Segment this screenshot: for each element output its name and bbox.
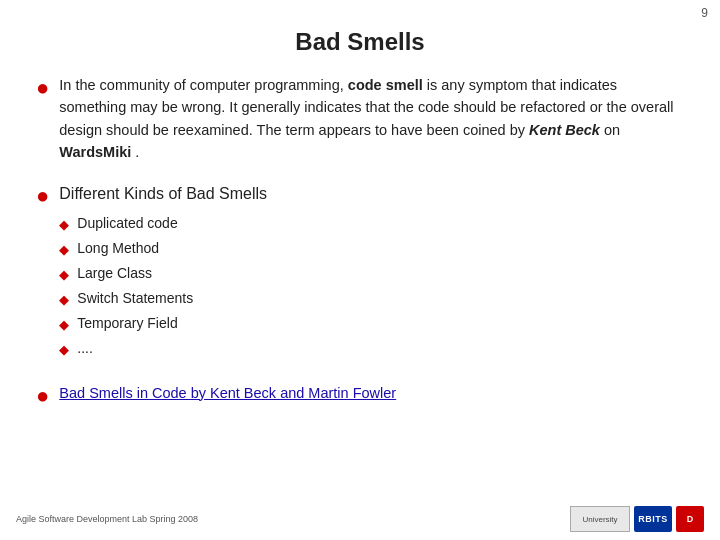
diamond-icon-5: ◆	[59, 315, 69, 335]
diamond-icon-6: ◆	[59, 340, 69, 360]
bullet-dot-2: ●	[36, 183, 49, 209]
slide: 9 Bad Smells ● In the community of compu…	[0, 0, 720, 540]
sub-item-label: Temporary Field	[77, 313, 177, 335]
list-item: ◆ Duplicated code	[59, 213, 684, 235]
footer: Agile Software Development Lab Spring 20…	[0, 506, 720, 532]
paragraph-section: ● In the community of computer programmi…	[36, 74, 684, 164]
list-item: ◆ Large Class	[59, 263, 684, 285]
paragraph-period: .	[135, 144, 139, 160]
kinds-section: ● Different Kinds of Bad Smells ◆ Duplic…	[36, 182, 684, 364]
kinds-content: Different Kinds of Bad Smells ◆ Duplicat…	[59, 182, 684, 364]
link-section: ● Bad Smells in Code by Kent Beck and Ma…	[36, 382, 684, 409]
rbits-logo: RBITS	[634, 506, 672, 532]
paragraph-content: In the community of computer programming…	[59, 74, 684, 164]
paragraph-on: on	[604, 122, 620, 138]
paragraph-intro: In the community of computer programming…	[59, 77, 343, 93]
list-item: ◆ Switch Statements	[59, 288, 684, 310]
sub-item-label: Long Method	[77, 238, 159, 260]
bullet-dot-1: ●	[36, 75, 49, 101]
sub-item-label: ....	[77, 338, 93, 360]
wardswiki-name: WardsMiki	[59, 144, 131, 160]
slide-title: Bad Smells	[36, 28, 684, 56]
diamond-icon-1: ◆	[59, 215, 69, 235]
list-item: ◆ ....	[59, 338, 684, 360]
code-smell-bold: code smell	[348, 77, 423, 93]
sub-item-label: Switch Statements	[77, 288, 193, 310]
link-content: Bad Smells in Code by Kent Beck and Mart…	[59, 382, 684, 404]
sub-item-label: Large Class	[77, 263, 152, 285]
bullet-dot-3: ●	[36, 383, 49, 409]
page-number: 9	[701, 6, 708, 20]
sub-item-label: Duplicated code	[77, 213, 177, 235]
sub-items-list: ◆ Duplicated code ◆ Long Method ◆ Large …	[59, 213, 684, 361]
list-item: ◆ Long Method	[59, 238, 684, 260]
kent-beck-name: Kent Beck	[529, 122, 600, 138]
kinds-heading: Different Kinds of Bad Smells	[59, 182, 684, 207]
footer-text: Agile Software Development Lab Spring 20…	[16, 514, 198, 524]
diamond-icon-3: ◆	[59, 265, 69, 285]
footer-logos: University RBITS D	[570, 506, 704, 532]
diamond-icon-4: ◆	[59, 290, 69, 310]
university-logo: University	[570, 506, 630, 532]
kent-beck-link[interactable]: Bad Smells in Code by Kent Beck and Mart…	[59, 385, 396, 401]
diamond-icon-2: ◆	[59, 240, 69, 260]
d-logo: D	[676, 506, 704, 532]
list-item: ◆ Temporary Field	[59, 313, 684, 335]
